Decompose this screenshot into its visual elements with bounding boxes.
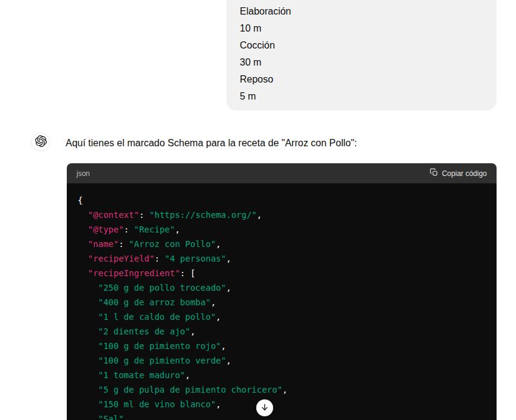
code-language-label: json (76, 169, 90, 178)
user-message-line: 5 m (240, 88, 483, 105)
user-message-bubble: Elaboración10 mCocción30 mReposo5 m (226, 0, 497, 110)
user-message-line: Cocción (240, 37, 483, 54)
arrow-down-icon (260, 402, 270, 414)
scroll-to-bottom-button[interactable] (256, 399, 273, 416)
code-line: "1 l de caldo de pollo", (78, 310, 486, 324)
code-line: "@context": "https://schema.org/", (78, 208, 486, 222)
code-line: "400 g de arroz bomba", (78, 295, 486, 310)
copy-code-label: Copiar código (442, 169, 487, 178)
user-message-line: 10 m (240, 20, 483, 37)
code-line: "1 tomate maduro", (78, 368, 486, 382)
avatar (31, 132, 50, 152)
code-block-header: json Copiar código (67, 163, 497, 183)
code-line: { (78, 193, 486, 208)
openai-logo-icon (35, 135, 47, 149)
code-content: { "@context": "https://schema.org/", "@t… (67, 183, 497, 420)
copy-icon (430, 168, 438, 178)
code-line: "150 ml de vino blanco", (78, 397, 486, 412)
user-message-line: Elaboración (240, 3, 483, 20)
user-message-line: Reposo (240, 71, 483, 88)
assistant-message-text: Aquí tienes el marcado Schema para la re… (66, 136, 357, 151)
code-line: "@type": "Recipe", (78, 222, 486, 237)
code-line: "100 g de pimiento rojo", (78, 339, 486, 353)
code-line: "Sal", (78, 412, 486, 420)
code-line: "100 g de pimiento verde", (78, 353, 486, 368)
code-line: "name": "Arroz con Pollo", (78, 237, 486, 251)
code-line: "2 dientes de ajo", (78, 324, 486, 339)
user-message-line: 30 m (240, 54, 483, 71)
code-line: "5 g de pulpa de pimiento choricero", (78, 382, 486, 397)
chat-view: Elaboración10 mCocción30 mReposo5 m Aquí… (0, 0, 516, 420)
code-line: "recipeYield": "4 personas", (78, 251, 486, 266)
code-line: "250 g de pollo troceado", (78, 280, 486, 295)
code-line: "recipeIngredient": [ (78, 266, 486, 280)
copy-code-button[interactable]: Copiar código (430, 168, 487, 178)
code-block: json Copiar código { "@context": "https:… (67, 163, 497, 420)
